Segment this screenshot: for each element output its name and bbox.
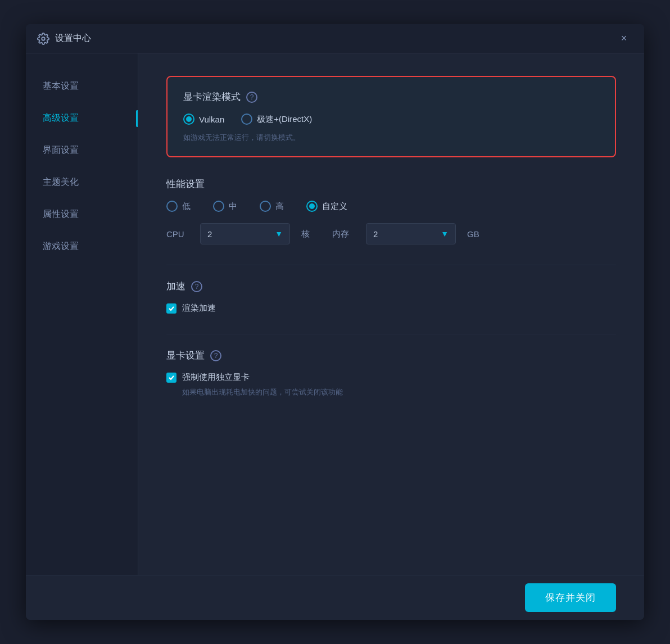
sidebar-item-theme[interactable]: 主题美化: [26, 166, 138, 198]
acceleration-section: 加速 ? 渲染加速: [166, 280, 616, 314]
cpu-memory-row: CPU 2 ▼ 核 内存 2 ▼ GB: [166, 223, 616, 244]
sidebar-item-basic[interactable]: 基本设置: [26, 70, 138, 102]
gpu-render-options: Vulkan 极速+(DirectX): [183, 114, 599, 125]
cpu-label: CPU: [166, 229, 189, 239]
performance-section: 性能设置 低 中 高: [166, 178, 616, 244]
divider-2: [166, 334, 616, 334]
acceleration-title: 加速 ?: [166, 280, 616, 293]
save-close-button[interactable]: 保存并关闭: [525, 583, 616, 612]
memory-select[interactable]: 2 ▼: [366, 223, 456, 244]
cpu-select[interactable]: 2 ▼: [200, 223, 290, 244]
gpu-render-help-icon[interactable]: ?: [246, 92, 257, 103]
settings-icon: [37, 33, 49, 45]
settings-window: 设置中心 × 基本设置 高级设置 界面设置 主题美化 属性设置 游戏设置 显卡渲…: [26, 24, 644, 620]
render-accel-checkbox[interactable]: [166, 303, 176, 314]
render-accel-checkbox-row[interactable]: 渲染加速: [166, 303, 616, 314]
cpu-unit: 核: [301, 229, 310, 239]
force-discrete-checkbox-row[interactable]: 强制使用独立显卡: [166, 372, 616, 383]
gpu-settings-hint: 如果电脑出现耗电加快的问题，可尝试关闭该功能: [166, 387, 616, 397]
gpu-render-title: 显卡渲染模式 ?: [183, 90, 599, 103]
sidebar-item-properties[interactable]: 属性设置: [26, 198, 138, 230]
gpu-render-hint: 如游戏无法正常运行，请切换模式。: [183, 133, 599, 143]
cpu-dropdown-arrow: ▼: [275, 229, 283, 238]
perf-low[interactable]: 低: [166, 201, 191, 212]
gpu-render-section: 显卡渲染模式 ? Vulkan 极速+(DirectX) 如游戏无法正常运行，请…: [166, 76, 616, 157]
perf-high[interactable]: 高: [260, 201, 284, 212]
perf-custom[interactable]: 自定义: [306, 201, 347, 212]
sidebar: 基本设置 高级设置 界面设置 主题美化 属性设置 游戏设置: [26, 53, 138, 575]
perf-high-radio[interactable]: [260, 201, 271, 212]
force-discrete-checkbox[interactable]: [166, 373, 176, 383]
memory-label: 内存: [332, 229, 355, 239]
gpu-settings-section: 显卡设置 ? 强制使用独立显卡 如果电脑出现耗电加快的问题，可尝试关闭该功能: [166, 349, 616, 397]
perf-mid[interactable]: 中: [213, 201, 237, 212]
perf-custom-radio[interactable]: [306, 201, 318, 212]
memory-value: 2: [373, 229, 436, 239]
sidebar-item-advanced[interactable]: 高级设置: [26, 102, 138, 134]
main-content: 显卡渲染模式 ? Vulkan 极速+(DirectX) 如游戏无法正常运行，请…: [138, 53, 644, 575]
perf-low-radio[interactable]: [166, 201, 178, 212]
content-area: 基本设置 高级设置 界面设置 主题美化 属性设置 游戏设置 显卡渲染模式 ? V…: [26, 53, 644, 575]
performance-options: 低 中 高 自定义: [166, 201, 616, 212]
memory-dropdown-arrow: ▼: [441, 229, 449, 238]
directx-radio[interactable]: [241, 114, 252, 125]
vulkan-option[interactable]: Vulkan: [183, 114, 224, 125]
acceleration-help-icon[interactable]: ?: [191, 281, 202, 292]
vulkan-radio[interactable]: [183, 114, 194, 125]
divider-1: [166, 265, 616, 265]
cpu-value: 2: [207, 229, 270, 239]
force-discrete-label: 强制使用独立显卡: [182, 372, 250, 383]
titlebar: 设置中心 ×: [26, 24, 644, 53]
directx-option[interactable]: 极速+(DirectX): [241, 114, 312, 125]
bottom-bar: 保存并关闭: [26, 575, 644, 620]
svg-point-0: [42, 37, 45, 40]
gpu-settings-help-icon[interactable]: ?: [210, 350, 221, 361]
perf-mid-radio[interactable]: [213, 201, 224, 212]
memory-unit: GB: [467, 229, 479, 239]
close-button[interactable]: ×: [615, 30, 633, 48]
window-title: 设置中心: [55, 33, 615, 44]
render-accel-label: 渲染加速: [182, 303, 216, 314]
sidebar-item-game[interactable]: 游戏设置: [26, 230, 138, 262]
sidebar-item-interface[interactable]: 界面设置: [26, 134, 138, 166]
gpu-settings-title: 显卡设置 ?: [166, 349, 616, 362]
performance-title: 性能设置: [166, 178, 616, 191]
